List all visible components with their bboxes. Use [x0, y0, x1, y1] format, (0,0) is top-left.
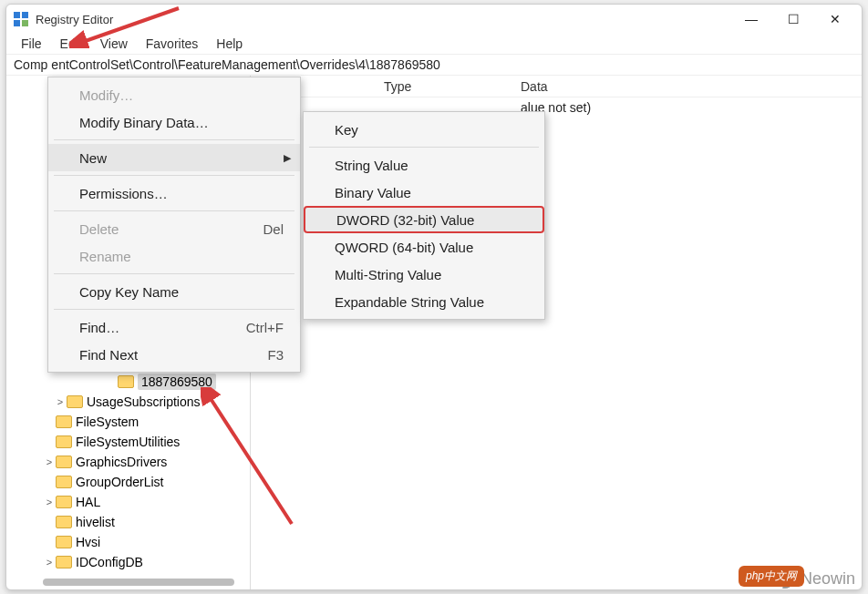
list-header: Type Data: [251, 76, 862, 97]
menu-item-delete: Delete Del: [48, 215, 300, 242]
tree-node[interactable]: 1887869580: [6, 372, 250, 392]
tree-expand-icon[interactable]: >: [43, 557, 56, 568]
address-value: entControlSet\Control\FeatureManagement\…: [51, 57, 439, 72]
tree-node-label: UsageSubscriptions: [87, 394, 201, 409]
menu-separator: [54, 175, 294, 176]
submenu-item-multi-string[interactable]: Multi-String Value: [304, 261, 544, 288]
menu-item-find-next-label: Find Next: [79, 347, 138, 363]
folder-icon: [56, 516, 72, 528]
menu-separator: [309, 147, 539, 148]
address-bar[interactable]: Comp entControlSet\Control\FeatureManage…: [6, 54, 862, 76]
menu-item-delete-label: Delete: [79, 221, 119, 237]
svg-rect-2: [14, 20, 20, 26]
menu-item-copy-key[interactable]: Copy Key Name: [48, 278, 300, 305]
new-submenu: Key String Value Binary Value DWORD (32-…: [303, 111, 545, 320]
menu-item-rename: Rename: [48, 242, 300, 270]
close-button[interactable]: ✕: [814, 5, 856, 34]
horizontal-scrollbar[interactable]: [43, 579, 234, 586]
submenu-item-string[interactable]: String Value: [304, 151, 544, 179]
minimize-button[interactable]: —: [730, 5, 772, 34]
tree-node-label: HAL: [76, 495, 100, 509]
menu-separator: [54, 309, 294, 310]
window-controls: — ☐ ✕: [730, 5, 856, 34]
menu-item-find-label: Find…: [79, 320, 119, 335]
window-title: Registry Editor: [36, 13, 113, 26]
tree-node[interactable]: hivelist: [6, 512, 250, 532]
svg-rect-3: [22, 20, 28, 26]
edit-context-menu: Modify… Modify Binary Data… New ▶ Permis…: [47, 77, 301, 373]
menu-file[interactable]: File: [12, 35, 51, 53]
folder-icon: [67, 395, 83, 408]
tree-node[interactable]: Hvsi: [6, 532, 250, 552]
submenu-item-key[interactable]: Key: [304, 116, 544, 143]
folder-icon: [56, 476, 72, 488]
folder-icon: [56, 536, 72, 548]
menu-help[interactable]: Help: [207, 35, 252, 53]
menu-item-find[interactable]: Find… Ctrl+F: [48, 313, 300, 341]
menu-item-new[interactable]: New ▶: [48, 144, 300, 171]
menu-favorites[interactable]: Favorites: [137, 35, 208, 53]
svg-rect-0: [14, 12, 20, 18]
menu-separator: [54, 139, 294, 140]
folder-icon: [56, 496, 72, 508]
watermark-text: Neowin: [801, 569, 855, 589]
shortcut-find: Ctrl+F: [219, 320, 284, 335]
menu-edit[interactable]: Edit: [51, 35, 91, 53]
menubar: File Edit View Favorites Help: [6, 34, 862, 54]
submenu-item-qword[interactable]: QWORD (64-bit) Value: [304, 233, 544, 261]
shortcut-del: Del: [235, 221, 284, 237]
folder-icon: [56, 415, 72, 428]
tree-node-label: GraphicsDrivers: [76, 455, 167, 469]
col-data[interactable]: Data: [521, 79, 862, 94]
submenu-arrow-icon: ▶: [284, 152, 291, 164]
titlebar: Registry Editor — ☐ ✕: [6, 5, 862, 34]
maximize-button[interactable]: ☐: [772, 5, 814, 34]
tree-node-label: IDConfigDB: [76, 555, 143, 569]
tree-node-label: 1887869580: [138, 374, 216, 390]
tree-node[interactable]: >GraphicsDrivers: [6, 452, 250, 472]
address-label: Comp: [14, 57, 47, 72]
tree-node-label: FileSystem: [76, 415, 139, 429]
submenu-item-binary[interactable]: Binary Value: [304, 179, 544, 206]
menu-item-modify: Modify…: [48, 81, 300, 108]
tree-expand-icon[interactable]: >: [54, 396, 67, 407]
cell-data: alue not set): [521, 100, 862, 115]
menu-item-find-next[interactable]: Find Next F3: [48, 341, 300, 368]
menu-separator: [54, 273, 294, 274]
tree-expand-icon[interactable]: >: [43, 497, 56, 507]
folder-icon: [118, 375, 134, 388]
tree-node-label: FileSystemUtilities: [76, 435, 180, 449]
col-type[interactable]: Type: [384, 79, 521, 94]
tree-node-label: Hvsi: [76, 535, 100, 549]
folder-icon: [56, 556, 72, 568]
tree-node-label: hivelist: [76, 515, 115, 529]
tree-node[interactable]: >IDConfigDB: [6, 552, 250, 572]
tree-node[interactable]: FileSystemUtilities: [6, 432, 250, 452]
submenu-item-dword[interactable]: DWORD (32-bit) Value: [304, 206, 544, 233]
submenu-item-expandable-string[interactable]: Expandable String Value: [304, 288, 544, 315]
tree-node[interactable]: >HAL: [6, 492, 250, 512]
menu-item-modify-binary[interactable]: Modify Binary Data…: [48, 108, 300, 136]
menu-view[interactable]: View: [91, 35, 137, 53]
tree-node-label: GroupOrderList: [76, 475, 163, 489]
tree-expand-icon[interactable]: >: [43, 456, 56, 467]
menu-item-new-label: New: [79, 150, 107, 166]
svg-rect-1: [22, 12, 28, 18]
shortcut-find-next: F3: [240, 347, 284, 363]
menu-item-permissions[interactable]: Permissions…: [48, 179, 300, 207]
tree-node[interactable]: FileSystem: [6, 412, 250, 432]
folder-icon: [56, 435, 72, 448]
menu-separator: [54, 210, 294, 211]
app-icon: [12, 10, 30, 28]
folder-icon: [56, 456, 72, 468]
tree-node[interactable]: GroupOrderList: [6, 472, 250, 492]
php-badge: php中文网: [739, 566, 804, 587]
tree-node[interactable]: >UsageSubscriptions: [6, 392, 250, 412]
